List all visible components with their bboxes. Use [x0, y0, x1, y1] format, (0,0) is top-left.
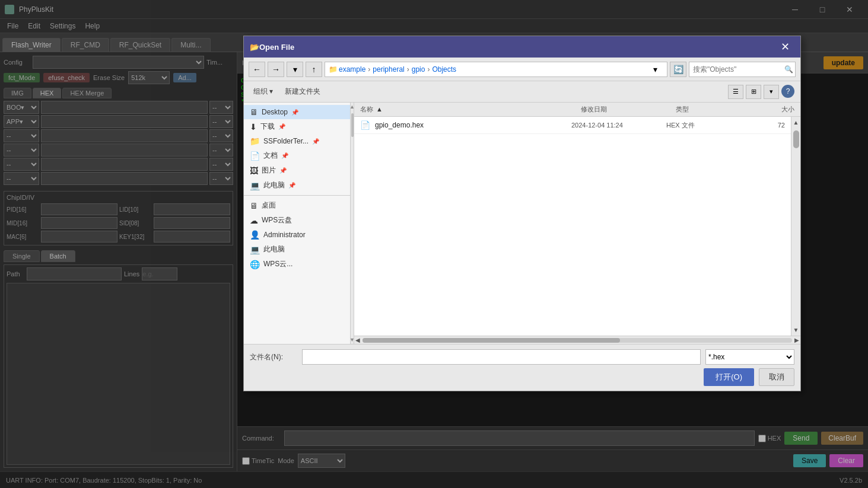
dialog-body: 🖥 Desktop 📌 ⬇ 下载 📌 📁 SSFolderTer... 📌 [244, 103, 800, 344]
file-date: 2024-12-04 11:24 [571, 122, 666, 129]
dialog-sidebar: 🖥 Desktop 📌 ⬇ 下载 📌 📁 SSFolderTer... 📌 [244, 103, 351, 344]
refresh-button[interactable]: 🔄 [670, 62, 686, 77]
org-button[interactable]: 组织 ▾ [250, 85, 276, 98]
sidebar-scroll-thumb [351, 113, 354, 137]
sidebar-wps2-label: WPS云... [263, 259, 292, 269]
col-size-header[interactable]: 大小 [747, 105, 794, 114]
sidebar-item-admin[interactable]: 👤 Administrator [244, 228, 350, 242]
help-button[interactable]: ? [781, 85, 794, 98]
col-date-header[interactable]: 修改日期 [581, 105, 676, 114]
breadcrumb-peripheral[interactable]: peripheral [373, 65, 404, 74]
sidebar-downloads-label: 下载 [260, 122, 275, 132]
up-button[interactable]: ↑ [306, 62, 322, 77]
dialog-title: Open File [259, 43, 776, 52]
dialog-bottom: 文件名(N): *.hex *.* 打开(O) 取消 [244, 344, 800, 391]
breadcrumb: 📁 example › peripheral › gpio › Objects … [325, 62, 667, 77]
search-icon: 🔍 [784, 65, 793, 74]
file-size: 72 [737, 122, 785, 129]
file-list-scrollbar: ▲ ▼ [791, 117, 800, 336]
filetype-select[interactable]: *.hex *.* [705, 349, 794, 365]
h-scroll-track [363, 338, 792, 343]
sidebar-item-computer1[interactable]: 💻 此电脑 📌 [244, 178, 350, 193]
breadcrumb-objects[interactable]: Objects [432, 65, 456, 74]
sidebar-desktop-label: Desktop [262, 108, 288, 116]
breadcrumb-example[interactable]: example [339, 65, 365, 74]
file-list-container: 📄 gpio_demo.hex 2024-12-04 11:24 HEX 文件 … [354, 117, 800, 336]
open-file-dialog: 📂 Open File ✕ ← → ▾ ↑ 📁 example › periph… [243, 36, 801, 391]
open-button[interactable]: 打开(O) [704, 368, 754, 386]
sidebar-ssfolder-label: SSFolderTer... [263, 137, 309, 145]
sidebar-item-pics[interactable]: 🖼 图片 📌 [244, 163, 350, 178]
sidebar-computer1-label: 此电脑 [263, 180, 285, 190]
filename-input[interactable] [302, 349, 701, 365]
other-locations-group: 🖥 桌面 ☁ WPS云盘 👤 Administrator 💻 此电脑 [244, 198, 350, 272]
sidebar-docs-label: 文档 [263, 151, 278, 161]
search-input[interactable] [693, 65, 782, 74]
h-scroll-left[interactable]: ◀ [355, 337, 360, 343]
dialog-buttons-row: 打开(O) 取消 [250, 368, 794, 386]
dialog-close-button[interactable]: ✕ [776, 38, 794, 56]
sidebar-item-desktop[interactable]: 🖥 Desktop 📌 [244, 105, 350, 119]
new-folder-button[interactable]: 新建文件夹 [281, 85, 324, 98]
back-button[interactable]: ← [249, 62, 265, 77]
sidebar-desktop2-label: 桌面 [262, 200, 276, 210]
sidebar-item-ssfolder[interactable]: 📁 SSFolderTer... 📌 [244, 134, 350, 148]
dialog-toolbar: ← → ▾ ↑ 📁 example › peripheral › gpio › … [244, 58, 800, 81]
h-scroll-right[interactable]: ▶ [794, 337, 799, 343]
file-list-body: 📄 gpio_demo.hex 2024-12-04 11:24 HEX 文件 … [354, 117, 791, 336]
quick-access-group: 🖥 Desktop 📌 ⬇ 下载 📌 📁 SSFolderTer... 📌 [244, 105, 350, 193]
file-icon: 📄 [360, 120, 370, 130]
dialog-titlebar: 📂 Open File ✕ [244, 36, 800, 58]
dialog-main: 名称 ▲ 修改日期 类型 大小 📄 gpio_demo.hex 2024-12-… [354, 103, 800, 344]
breadcrumb-dropdown[interactable]: ▾ [647, 62, 663, 77]
sidebar-item-downloads[interactable]: ⬇ 下载 📌 [244, 119, 350, 134]
folder-icon: 📁 [329, 65, 338, 74]
sidebar-item-docs[interactable]: 📄 文档 📌 [244, 148, 350, 163]
scroll-thumb[interactable] [793, 130, 799, 148]
forward-button[interactable]: → [268, 62, 284, 77]
details-view-button[interactable]: ⊞ [746, 85, 761, 99]
sidebar-item-computer2[interactable]: 💻 此电脑 [244, 242, 350, 257]
view-buttons: ☰ ⊞ ▾ ? [728, 85, 794, 99]
col-type-header[interactable]: 类型 [676, 105, 747, 114]
dialog-overlay: 📂 Open File ✕ ← → ▾ ↑ 📁 example › periph… [0, 0, 868, 488]
col-name-header[interactable]: 名称 ▲ [360, 105, 581, 114]
view-dropdown-button[interactable]: ▾ [764, 85, 779, 99]
file-type: HEX 文件 [666, 121, 737, 130]
filename-label: 文件名(N): [250, 352, 297, 362]
dialog-actions-bar: 组织 ▾ 新建文件夹 ☰ ⊞ ▾ ? [244, 81, 800, 103]
dropdown-button[interactable]: ▾ [287, 62, 303, 77]
sidebar-item-desktop2[interactable]: 🖥 桌面 [244, 198, 350, 213]
scroll-up-button[interactable]: ▲ [791, 117, 800, 128]
search-bar: 🔍 [689, 62, 796, 77]
h-scroll-thumb[interactable] [363, 338, 620, 343]
sidebar-item-wps[interactable]: ☁ WPS云盘 [244, 213, 350, 228]
sidebar-computer2-label: 此电脑 [263, 244, 285, 254]
cancel-button[interactable]: 取消 [759, 368, 794, 386]
sidebar-pics-label: 图片 [262, 165, 276, 176]
sidebar-wps-label: WPS云盘 [262, 215, 292, 225]
sidebar-admin-label: Administrator [263, 231, 306, 239]
sidebar-item-wps2[interactable]: 🌐 WPS云... [244, 257, 350, 272]
breadcrumb-gpio[interactable]: gpio [412, 65, 425, 74]
file-list-header: 名称 ▲ 修改日期 类型 大小 [354, 103, 800, 117]
list-view-button[interactable]: ☰ [728, 85, 743, 99]
filename-row: 文件名(N): *.hex *.* [250, 349, 794, 365]
scroll-down-button[interactable]: ▼ [791, 324, 800, 336]
file-name: gpio_demo.hex [375, 121, 571, 129]
h-scrollbar: ◀ ▶ [354, 336, 800, 344]
dialog-icon: 📂 [250, 43, 259, 52]
file-item-gpio[interactable]: 📄 gpio_demo.hex 2024-12-04 11:24 HEX 文件 … [354, 117, 791, 134]
